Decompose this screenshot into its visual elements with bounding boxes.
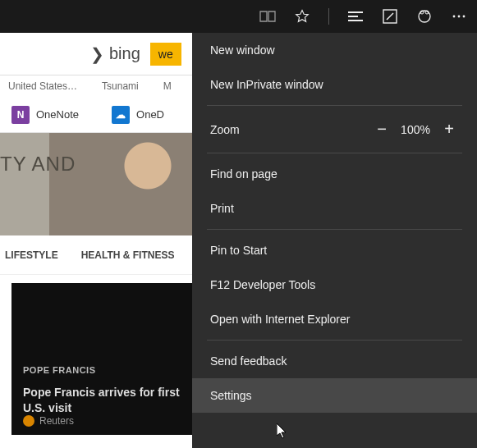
menu-feedback[interactable]: Send feedback <box>192 344 477 378</box>
menu-devtools[interactable]: F12 Developer Tools <box>192 267 477 302</box>
menu-divider <box>207 105 462 106</box>
nav-item-lifestyle[interactable]: LIFESTYLE <box>5 249 58 261</box>
share-icon[interactable] <box>416 8 433 25</box>
favorite-onenote[interactable]: N OneNote <box>11 106 79 124</box>
divider <box>328 8 329 25</box>
reuters-icon <box>23 415 34 427</box>
zoom-in-button[interactable]: + <box>438 120 461 139</box>
favorite-onedrive[interactable]: ☁ OneD <box>112 106 164 124</box>
menu-open-ie[interactable]: Open with Internet Explorer <box>192 302 477 336</box>
onedrive-icon: ☁ <box>112 106 130 124</box>
more-icon[interactable] <box>451 8 467 25</box>
hub-icon[interactable] <box>347 8 364 25</box>
menu-print[interactable]: Print <box>192 191 477 226</box>
bing-logo[interactable]: ❯ bing <box>90 44 140 64</box>
svg-point-4 <box>453 16 456 18</box>
story-tag: POPE FRANCIS <box>23 365 96 375</box>
story-headline: Pope Francis arrives for first U.S. visi… <box>23 385 185 416</box>
onenote-icon: N <box>11 106 30 124</box>
hero-headline: TY AND <box>0 153 76 176</box>
zoom-value: 100% <box>393 123 438 136</box>
title-bar <box>0 0 477 33</box>
menu-zoom-row: Zoom − 100% + <box>192 109 477 149</box>
menu-divider <box>207 340 462 341</box>
menu-new-window[interactable]: New window <box>192 33 477 67</box>
trending-item[interactable]: M <box>163 80 172 92</box>
web-note-icon[interactable] <box>382 8 398 25</box>
zoom-label: Zoom <box>210 123 370 136</box>
menu-divider <box>207 153 462 153</box>
menu-pin[interactable]: Pin to Start <box>192 233 477 267</box>
menu-find[interactable]: Find on page <box>192 157 477 191</box>
story-card[interactable]: POPE FRANCIS Pope Francis arrives for fi… <box>11 283 196 435</box>
trending-item[interactable]: United States… <box>8 80 77 92</box>
search-scope-tab[interactable]: we <box>150 43 181 66</box>
trending-item[interactable]: Tsunami <box>102 80 139 92</box>
hero-image <box>49 133 213 235</box>
reading-view-icon[interactable] <box>259 8 276 25</box>
menu-divider <box>207 229 462 230</box>
more-menu: New window New InPrivate window Zoom − 1… <box>192 33 477 448</box>
source-label: Reuters <box>39 415 74 427</box>
favorite-label: OneNote <box>36 108 79 121</box>
nav-item-health[interactable]: HEALTH & FITNESS <box>81 249 175 261</box>
bing-label: bing <box>109 44 140 63</box>
favorite-label: OneD <box>136 108 164 121</box>
menu-settings[interactable]: Settings <box>192 378 477 413</box>
bing-b-icon: ❯ <box>90 44 104 64</box>
menu-new-inprivate[interactable]: New InPrivate window <box>192 67 477 102</box>
svg-point-5 <box>458 16 461 18</box>
story-source: Reuters <box>23 415 74 427</box>
favorites-star-icon[interactable] <box>294 8 310 25</box>
zoom-out-button[interactable]: − <box>370 120 393 139</box>
svg-point-6 <box>463 16 466 18</box>
